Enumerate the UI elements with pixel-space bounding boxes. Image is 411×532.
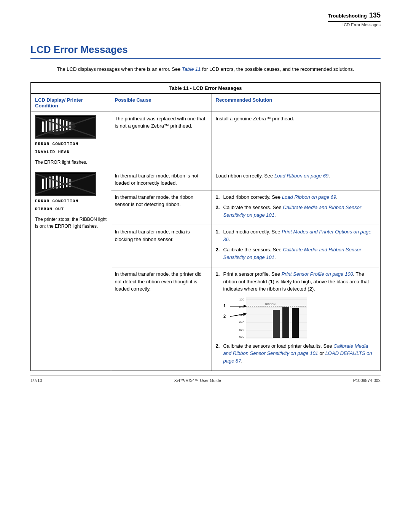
solution-cell-ribbon-1: Load ribbon correctly. See Load Ribbon o…: [212, 169, 380, 190]
footer-date: 1/7/10: [30, 378, 42, 383]
list-item: 1. Load media correctly. See Print Modes…: [216, 228, 376, 243]
svg-text:020: 020: [239, 328, 244, 332]
section-label: Troubleshooting: [328, 13, 367, 19]
list-item: 2. Calibrate the sensors. See Calibrate …: [216, 246, 376, 261]
col-header-solution: Recommended Solution: [212, 94, 380, 112]
table-11-link[interactable]: Table 11: [182, 66, 201, 72]
lcd-cell-ribbon-out: ERROR CONDITION RIBBON OUT The printer s…: [31, 169, 111, 371]
solution-cell-invalid-head: Install a genuine Zebra™ printhead.: [212, 112, 380, 169]
sensor-profile-chart-svg: 100 080 060 040 020 000: [223, 297, 307, 339]
col-header-cause: Possible Cause: [111, 94, 212, 112]
svg-rect-42: [292, 308, 299, 338]
list-item: 2. Calibrate the sensors or load printer…: [216, 342, 376, 365]
lcd-text-error-condition-2: ERROR CONDITION: [35, 198, 107, 205]
calibrate-link-1[interactable]: Calibrate Media and Ribbon Sensor Sensit…: [223, 204, 362, 218]
svg-text:2: 2: [223, 314, 226, 318]
cause-cell-ribbon-4: In thermal transfer mode, the printer di…: [111, 267, 212, 371]
svg-rect-9: [66, 121, 67, 130]
solution-list-2: 1. Load ribbon correctly. See Load Ribbo…: [216, 193, 376, 219]
solution-cell-ribbon-3: 1. Load media correctly. See Print Modes…: [212, 225, 380, 267]
svg-rect-41: [282, 307, 289, 338]
lcd-caption-ribbon-out: The printer stops; the RIBBON light is o…: [35, 216, 107, 230]
footer-guide: Xi4™/RXi4™ User Guide: [174, 378, 221, 383]
svg-text:1: 1: [223, 304, 226, 308]
svg-rect-15: [46, 177, 47, 189]
table-caption: Table 11 • LCD Error Messages: [30, 82, 381, 93]
svg-text:RIBBON: RIBBON: [265, 303, 276, 305]
lcd-screen-ribbon-out: [35, 172, 96, 196]
page: Troubleshooting 135 LCD Error Messages L…: [0, 0, 411, 394]
load-ribbon-link-2[interactable]: Load Ribbon on page 69: [282, 194, 336, 200]
svg-text:000: 000: [239, 335, 244, 339]
load-ribbon-link-1[interactable]: Load Ribbon on page 69: [274, 173, 328, 179]
list-item: 2. Calibrate the sensors. See Calibrate …: [216, 204, 376, 219]
page-header: Troubleshooting 135 LCD Error Messages: [328, 11, 381, 27]
col-header-lcd: LCD Display/ Printer Condition: [31, 94, 111, 112]
table-row-ribbon-out-1: ERROR CONDITION RIBBON OUT The printer s…: [31, 169, 380, 190]
lcd-text-invalid-head: INVALID HEAD: [35, 149, 107, 156]
svg-rect-2: [42, 121, 44, 132]
intro-text: The LCD displays messages when there is …: [53, 66, 358, 73]
lcd-cell-invalid-head: ERROR CONDITION INVALID HEAD The ERROR l…: [31, 112, 111, 169]
cause-cell-ribbon-2: In thermal transfer mode, the ribbon sen…: [111, 190, 212, 225]
solution-cell-ribbon-4: 1. Print a sensor profile. See Print Sen…: [212, 267, 380, 371]
error-messages-table: LCD Display/ Printer Condition Possible …: [30, 93, 381, 372]
print-sensor-link[interactable]: Print Sensor Profile on page 100: [282, 271, 353, 277]
page-footer: 1/7/10 Xi4™/RXi4™ User Guide P1009874-00…: [30, 375, 381, 383]
svg-rect-3: [46, 120, 47, 132]
ribbon-sensor-chart: 100 080 060 040 020 000: [223, 297, 307, 339]
footer-part-number: P1009874-002: [353, 378, 381, 383]
svg-rect-5: [53, 119, 54, 132]
cause-cell-ribbon-1: In thermal transfer mode, ribbon is not …: [111, 169, 212, 190]
solution-list-4: 1. Print a sensor profile. See Print Sen…: [216, 270, 376, 293]
svg-rect-14: [42, 179, 44, 189]
list-item: 1. Print a sensor profile. See Print Sen…: [216, 270, 376, 293]
svg-text:040: 040: [239, 321, 244, 324]
lcd-icon-svg-2: [36, 174, 95, 194]
svg-rect-21: [66, 178, 67, 187]
solution-list-3: 1. Load media correctly. See Print Modes…: [216, 228, 376, 261]
svg-rect-8: [63, 120, 64, 131]
lcd-text-ribbon-out: RIBBON OUT: [35, 206, 107, 213]
lcd-screen-invalid-head: [35, 115, 96, 139]
page-title: LCD Error Messages: [30, 44, 381, 59]
svg-rect-40: [273, 310, 280, 338]
cause-cell-invalid-head: The printhead was replaced with one that…: [111, 112, 212, 169]
print-modes-link[interactable]: Print Modes and Printer Options on page …: [223, 229, 371, 242]
table-row: ERROR CONDITION INVALID HEAD The ERROR l…: [31, 112, 380, 169]
svg-text:100: 100: [239, 298, 244, 301]
lcd-icon-svg: [36, 117, 95, 137]
list-item: 1. Load ribbon correctly. See Load Ribbo…: [216, 193, 376, 201]
subsection-label: LCD Error Messages: [328, 22, 381, 27]
lcd-caption-invalid-head: The ERROR light flashes.: [35, 159, 107, 166]
svg-rect-20: [63, 177, 64, 188]
calibrate-link-2[interactable]: Calibrate Media and Ribbon Sensor Sensit…: [223, 247, 362, 260]
page-number: 135: [369, 11, 381, 19]
solution-list-4b: 2. Calibrate the sensors or load printer…: [216, 342, 376, 365]
solution-cell-ribbon-2: 1. Load ribbon correctly. See Load Ribbo…: [212, 190, 380, 225]
lcd-text-error-condition-1: ERROR CONDITION: [35, 141, 107, 148]
cause-cell-ribbon-3: In thermal transfer mode, media is block…: [111, 225, 212, 267]
svg-rect-17: [53, 176, 54, 189]
